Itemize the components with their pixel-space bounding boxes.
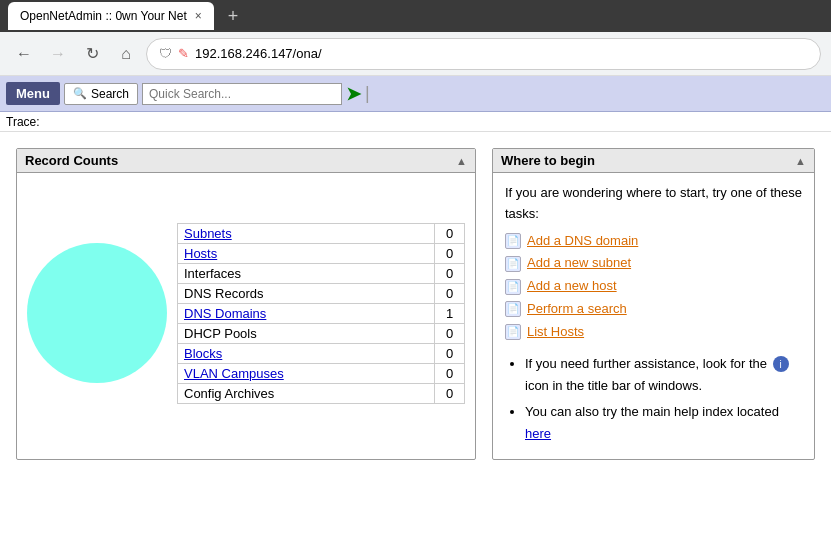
table-row: Subnets0 (178, 223, 465, 243)
go-button[interactable]: ➤ (346, 83, 361, 105)
where-to-begin-intro: If you are wondering where to start, try… (505, 183, 802, 225)
record-counts-body: Subnets0Hosts0Interfaces0DNS Records0DNS… (17, 173, 475, 453)
action-link[interactable]: Add a new subnet (527, 253, 631, 274)
trace-bar: Trace: (0, 112, 831, 132)
record-counts-title: Record Counts (25, 153, 118, 168)
action-icon: 📄 (505, 256, 521, 272)
app-toolbar: Menu 🔍 Search ➤ | (0, 76, 831, 112)
search-button[interactable]: 🔍 Search (64, 83, 138, 105)
action-link[interactable]: Add a new host (527, 276, 617, 297)
table-row: Blocks0 (178, 343, 465, 363)
browser-nav: ← → ↻ ⌂ 🛡 ✎ 192.168.246.147/ona/ (0, 32, 831, 76)
action-item: 📄 Add a new host (505, 276, 802, 297)
url-text: 192.168.246.147/ona/ (195, 46, 322, 61)
bullet-list: If you need further assistance, look for… (505, 353, 802, 445)
action-link[interactable]: Perform a search (527, 299, 627, 320)
action-item: 📄 List Hosts (505, 322, 802, 343)
table-row: Config Archives0 (178, 383, 465, 403)
bullet-item-2: You can also try the main help index loc… (525, 401, 802, 445)
count-label: Interfaces (178, 263, 435, 283)
table-row: DNS Records0 (178, 283, 465, 303)
tab-close-button[interactable]: × (195, 9, 202, 23)
action-item: 📄 Add a new subnet (505, 253, 802, 274)
forward-button[interactable]: → (44, 40, 72, 68)
count-label: Config Archives (178, 383, 435, 403)
toolbar-separator: | (365, 83, 370, 104)
count-value: 0 (435, 283, 465, 303)
new-tab-button[interactable]: + (222, 6, 245, 27)
count-value: 0 (435, 223, 465, 243)
home-button[interactable]: ⌂ (112, 40, 140, 68)
record-counts-header: Record Counts ▲ (17, 149, 475, 173)
count-value: 0 (435, 363, 465, 383)
action-icon: 📄 (505, 233, 521, 249)
count-value: 0 (435, 243, 465, 263)
where-to-begin-collapse[interactable]: ▲ (795, 155, 806, 167)
action-link[interactable]: List Hosts (527, 322, 584, 343)
reload-button[interactable]: ↻ (78, 40, 106, 68)
action-icon: 📄 (505, 301, 521, 317)
count-label[interactable]: Blocks (178, 343, 435, 363)
browser-titlebar: OpenNetAdmin :: 0wn Your Net × + (0, 0, 831, 32)
action-list: 📄 Add a DNS domain📄 Add a new subnet📄 Ad… (505, 231, 802, 343)
record-counts-collapse[interactable]: ▲ (456, 155, 467, 167)
address-bar[interactable]: 🛡 ✎ 192.168.246.147/ona/ (146, 38, 821, 70)
count-label[interactable]: Subnets (178, 223, 435, 243)
count-label[interactable]: Hosts (178, 243, 435, 263)
where-to-begin-body: If you are wondering where to start, try… (493, 173, 814, 459)
table-row: Interfaces0 (178, 263, 465, 283)
action-icon: 📄 (505, 279, 521, 295)
counts-table: Subnets0Hosts0Interfaces0DNS Records0DNS… (177, 223, 465, 404)
table-row: DNS Domains1 (178, 303, 465, 323)
action-icon: 📄 (505, 324, 521, 340)
info-icon: i (773, 356, 789, 372)
count-value: 0 (435, 383, 465, 403)
search-label: Search (91, 87, 129, 101)
warning-icon: ✎ (178, 46, 189, 61)
tab-title: OpenNetAdmin :: 0wn Your Net (20, 9, 187, 23)
quick-search-input[interactable] (142, 83, 342, 105)
table-row: Hosts0 (178, 243, 465, 263)
help-link[interactable]: here (525, 426, 551, 441)
action-item: 📄 Perform a search (505, 299, 802, 320)
where-to-begin-panel: Where to begin ▲ If you are wondering wh… (492, 148, 815, 460)
action-item: 📄 Add a DNS domain (505, 231, 802, 252)
count-value: 1 (435, 303, 465, 323)
donut-chart (27, 243, 167, 383)
trace-label: Trace: (6, 115, 40, 129)
count-label: DHCP Pools (178, 323, 435, 343)
count-label: DNS Records (178, 283, 435, 303)
count-value: 0 (435, 343, 465, 363)
back-button[interactable]: ← (10, 40, 38, 68)
main-content: Record Counts ▲ Subnets0Hosts0Interfaces… (0, 132, 831, 476)
count-label[interactable]: VLAN Campuses (178, 363, 435, 383)
where-to-begin-header: Where to begin ▲ (493, 149, 814, 173)
active-tab[interactable]: OpenNetAdmin :: 0wn Your Net × (8, 2, 214, 30)
action-link[interactable]: Add a DNS domain (527, 231, 638, 252)
table-row: VLAN Campuses0 (178, 363, 465, 383)
count-value: 0 (435, 323, 465, 343)
count-value: 0 (435, 263, 465, 283)
count-label[interactable]: DNS Domains (178, 303, 435, 323)
menu-button[interactable]: Menu (6, 82, 60, 105)
search-icon: 🔍 (73, 87, 87, 100)
record-counts-panel: Record Counts ▲ Subnets0Hosts0Interfaces… (16, 148, 476, 460)
where-to-begin-title: Where to begin (501, 153, 595, 168)
shield-icon: 🛡 (159, 46, 172, 61)
table-row: DHCP Pools0 (178, 323, 465, 343)
bullet-item-1: If you need further assistance, look for… (525, 353, 802, 397)
